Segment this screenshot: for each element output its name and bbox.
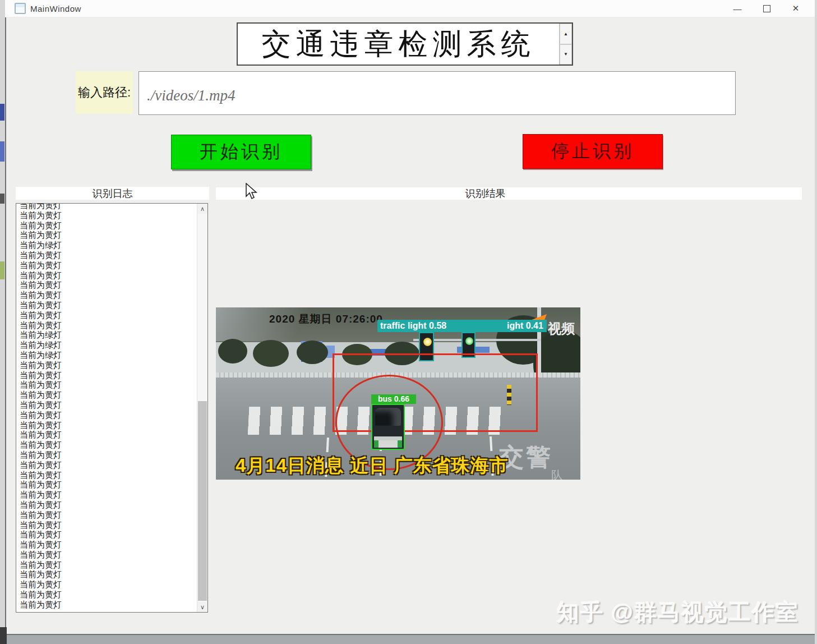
log-entry[interactable]: 当前为黄灯 [20, 450, 196, 460]
log-entry[interactable]: 当前为黄灯 [20, 600, 196, 610]
log-panel-header: 识别日志 [16, 187, 209, 200]
start-recognition-button[interactable]: 开始识别 [171, 135, 311, 169]
recognition-result-video: 2020 星期日 07:26:00 视频 traffic light 0.58 … [216, 307, 580, 480]
chevron-up-icon: ▲ [564, 31, 568, 36]
taskbar-corner-fragment [0, 627, 7, 644]
log-entry[interactable]: 当前为黄灯 [20, 203, 196, 210]
traffic-light-glow-yellow [423, 338, 432, 346]
log-entry[interactable]: 当前为黄灯 [20, 290, 196, 300]
stop-recognition-button[interactable]: 停止识别 [523, 134, 663, 169]
log-scrollbar[interactable]: ∧ ∨ [197, 204, 207, 612]
log-entry[interactable]: 当前为黄灯 [20, 320, 196, 330]
scroll-down-button[interactable]: ∨ [197, 602, 207, 612]
input-path-label: 输入路径: [76, 71, 133, 114]
bus-bounding-box [371, 404, 405, 450]
log-entry[interactable]: 当前为黄灯 [20, 370, 196, 380]
traffic-light-glow-green [465, 337, 473, 345]
log-entry[interactable]: 当前为黄灯 [20, 460, 196, 470]
spin-down-button[interactable]: ▼ [560, 44, 572, 65]
log-entry[interactable]: 当前为黄灯 [20, 360, 196, 370]
log-entry[interactable]: 当前为黄灯 [20, 480, 196, 490]
log-entry[interactable]: 当前为黄灯 [20, 490, 196, 500]
log-entry[interactable]: 当前为黄灯 [20, 569, 196, 579]
log-entry[interactable]: 当前为黄灯 [20, 380, 196, 390]
log-entry[interactable]: 当前为黄灯 [20, 530, 196, 540]
log-entry[interactable]: 当前为黄灯 [20, 220, 196, 231]
log-entry[interactable]: 当前为黄灯 [20, 400, 196, 410]
log-entry[interactable]: 当前为黄灯 [20, 300, 196, 310]
background-icon-fragment [0, 261, 4, 279]
screen: MainWindow — ✕ 交通违章检测系统 ▲ ▼ 输入路径: 开始识别 停… [0, 0, 817, 644]
traffic-light-detection-label: traffic light 0.58 [377, 320, 504, 332]
minimize-icon: — [733, 4, 742, 13]
log-entry[interactable]: 当前为黄灯 [20, 310, 196, 320]
maximize-button[interactable] [752, 0, 781, 17]
bus-lower-body [374, 440, 402, 448]
titlebar: MainWindow — ✕ [5, 0, 815, 17]
spin-up-button[interactable]: ▲ [560, 24, 572, 44]
mouse-cursor [246, 183, 258, 200]
recognition-log-list[interactable]: 当前为黄灯当前为黄灯当前为黄灯当前为黄灯当前为绿灯当前为黄灯当前为黄灯当前为黄灯… [16, 203, 208, 613]
traffic-light-detection-label-2: ight 0.41 [504, 320, 547, 332]
scrollbar-thumb[interactable] [198, 401, 207, 601]
app-icon [15, 3, 26, 14]
log-entry[interactable]: 当前为黄灯 [20, 410, 196, 420]
bus-bumper-band [374, 436, 402, 440]
log-entry[interactable]: 当前为黄灯 [20, 390, 196, 400]
log-entry[interactable]: 当前为黄灯 [20, 230, 196, 240]
background-icon-fragment [0, 104, 4, 121]
bus-rear-window [375, 408, 401, 426]
window-controls: — ✕ [723, 0, 810, 17]
log-entry[interactable]: 当前为黄灯 [20, 540, 196, 550]
app-heading-spinbox: 交通违章检测系统 ▲ ▼ [237, 22, 573, 66]
video-news-caption: 4月14日消息 近日 广东省珠海市 [236, 453, 508, 479]
log-entry[interactable]: 当前为绿灯 [20, 340, 196, 350]
log-entry[interactable]: 当前为黄灯 [20, 430, 196, 440]
log-entry[interactable]: 当前为黄灯 [20, 500, 196, 510]
scroll-down-icon: ∨ [200, 604, 205, 611]
scroll-up-icon: ∧ [200, 205, 205, 213]
log-entry[interactable]: 当前为黄灯 [20, 280, 196, 290]
video-path-input[interactable] [139, 71, 736, 115]
footer-watermark: 知乎 @群马视觉工作室 [536, 597, 799, 628]
stop-button-label: 停止识别 [551, 139, 634, 164]
spin-control: ▲ ▼ [559, 24, 572, 65]
close-button[interactable]: ✕ [781, 0, 810, 17]
bus-detection: bus 0.66 [371, 394, 422, 450]
log-entry[interactable]: 当前为绿灯 [20, 330, 196, 340]
log-entry[interactable]: 当前为绿灯 [20, 350, 196, 360]
log-entry[interactable]: 当前为黄灯 [20, 470, 196, 480]
log-entry[interactable]: 当前为黄灯 [20, 210, 196, 220]
log-entry[interactable]: 当前为黄灯 [20, 520, 196, 530]
window-title: MainWindow [30, 4, 81, 13]
background-icon-fragment [0, 194, 4, 204]
log-entry[interactable]: 当前为黄灯 [20, 250, 196, 260]
video-ghost-watermark-small: 队 [551, 468, 562, 480]
log-entry[interactable]: 当前为绿灯 [20, 240, 196, 250]
scroll-up-button[interactable]: ∧ [197, 204, 207, 214]
video-timestamp: 2020 星期日 07:26:00 [269, 312, 383, 326]
video-channel-watermark: 视频 [548, 320, 575, 338]
log-entry[interactable]: 当前为黄灯 [20, 420, 196, 430]
result-panel-header: 识别结果 [216, 187, 802, 200]
log-entries: 当前为黄灯当前为黄灯当前为黄灯当前为黄灯当前为绿灯当前为黄灯当前为黄灯当前为黄灯… [20, 203, 196, 610]
chevron-down-icon: ▼ [564, 52, 568, 57]
log-entry[interactable]: 当前为黄灯 [20, 590, 196, 600]
window-bottom-edge [5, 634, 817, 644]
log-entry[interactable]: 当前为黄灯 [20, 550, 196, 560]
log-entry[interactable]: 当前为黄灯 [20, 440, 196, 450]
log-entry[interactable]: 当前为黄灯 [20, 510, 196, 520]
log-entry[interactable]: 当前为黄灯 [20, 270, 196, 280]
log-panel-title: 识别日志 [93, 187, 133, 200]
result-panel-title: 识别结果 [465, 187, 506, 200]
log-entry[interactable]: 当前为黄灯 [20, 260, 196, 270]
minimize-button[interactable]: — [723, 0, 752, 17]
log-entry[interactable]: 当前为黄灯 [20, 579, 196, 590]
start-button-label: 开始识别 [200, 140, 283, 164]
log-entry[interactable]: 当前为黄灯 [20, 560, 196, 570]
close-icon: ✕ [792, 3, 800, 13]
background-icon-fragment [0, 141, 4, 162]
desktop-right-sliver [815, 0, 817, 644]
app-title: 交通违章检测系统 [238, 25, 559, 64]
background-window-edge [0, 0, 5, 644]
